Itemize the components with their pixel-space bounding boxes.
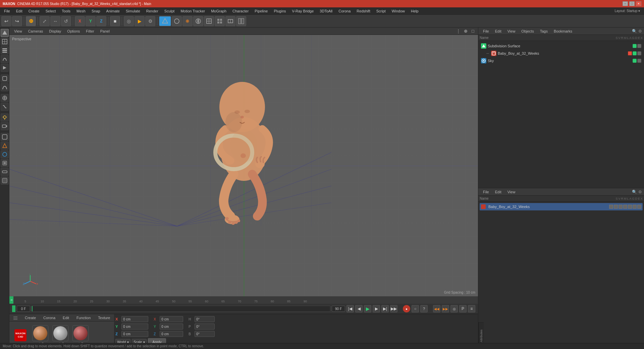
vp-ctrl-maximize[interactable]: □	[470, 28, 476, 34]
key-next-button[interactable]: ▶▶	[442, 305, 449, 312]
menu-script[interactable]: Script	[374, 8, 388, 14]
key-prev-button[interactable]: ◀◀	[433, 305, 440, 312]
attrs-ctrl-2[interactable]	[614, 205, 618, 209]
end-frame-input[interactable]: 90 F	[332, 306, 345, 312]
obj-menu-bookmarks[interactable]: Bookmarks	[551, 29, 575, 34]
obj-ctrl-lock-3[interactable]	[637, 59, 641, 63]
obj-menu-file[interactable]: File	[480, 29, 492, 34]
mat-menu-texture[interactable]: Texture	[95, 315, 113, 320]
scale-tool-button[interactable]: ↔	[50, 16, 60, 26]
obj-menu-view[interactable]: View	[505, 29, 518, 34]
obj-tag-baby[interactable]	[628, 51, 632, 55]
vp-ctrl-dots[interactable]: ⋮	[455, 28, 461, 34]
attrs-ctrl-5[interactable]	[628, 205, 632, 209]
display-mode-5[interactable]	[204, 16, 214, 26]
display-mode-7[interactable]	[225, 16, 235, 26]
vp-ctrl-camera[interactable]: ⊕	[463, 28, 469, 34]
mat-menu-function[interactable]: Function	[74, 315, 93, 320]
left-btn-layers[interactable]	[1, 46, 9, 54]
left-btn-mesh[interactable]	[1, 38, 9, 46]
menu-file[interactable]: File	[1, 8, 13, 14]
left-btn-tool4[interactable]	[1, 159, 9, 167]
display-mode-6[interactable]	[215, 16, 225, 26]
mat-menu-create[interactable]: Create	[22, 315, 39, 320]
menu-redshift[interactable]: Redshift	[354, 8, 373, 14]
close-button[interactable]: ✕	[636, 1, 641, 6]
menu-corona[interactable]: Corona	[336, 8, 353, 14]
playback-options-button[interactable]: P	[459, 305, 467, 312]
obj-item-subdivision[interactable]: Subdivision Surface	[480, 42, 643, 50]
menu-pipeline[interactable]: Pipeline	[252, 8, 270, 14]
next-frame-button[interactable]: ▶	[373, 305, 380, 312]
motion-clip-button[interactable]: ◎	[450, 305, 458, 312]
vp-menu-display[interactable]: Display	[46, 29, 64, 34]
menu-help[interactable]: Help	[408, 8, 421, 14]
attrs-ctrl-6[interactable]	[633, 205, 637, 209]
vp-menu-panel[interactable]: Panel	[98, 29, 112, 34]
menu-select[interactable]: Select	[43, 8, 59, 14]
attrs-search-icon[interactable]: 🔍	[632, 190, 637, 194]
rotate-tool-button[interactable]: ↺	[61, 16, 71, 26]
attrs-ctrl-7[interactable]	[637, 205, 641, 209]
menu-sculpt[interactable]: Sculpt	[162, 8, 177, 14]
left-btn-generator[interactable]	[1, 94, 9, 102]
key-mode-button[interactable]: ○	[412, 305, 419, 312]
vp-menu-view[interactable]: View	[11, 29, 25, 34]
coord-h-value[interactable]: 0°	[195, 316, 215, 322]
left-btn-tool5[interactable]	[1, 168, 9, 176]
menu-edit[interactable]: Edit	[13, 8, 25, 14]
layout-dropdown-icon[interactable]: ▾	[638, 9, 640, 13]
menu-3dtoall[interactable]: 3DToAll	[317, 8, 335, 14]
coord-b-value[interactable]: 0°	[195, 331, 215, 337]
left-btn-tool1[interactable]	[1, 133, 9, 141]
play-button[interactable]: ▶	[364, 305, 371, 312]
prev-frame-button[interactable]: ◀	[355, 305, 363, 312]
menu-simulate[interactable]: Simulate	[123, 8, 143, 14]
vp-menu-cameras[interactable]: Cameras	[25, 29, 46, 34]
attrs-settings-icon[interactable]: ⚙	[638, 190, 642, 194]
move-tool-button[interactable]: ⤢	[40, 16, 50, 26]
vp-menu-options[interactable]: Options	[64, 29, 83, 34]
undo-button[interactable]: ↩	[1, 16, 11, 26]
title-bar-controls[interactable]: − □ ✕	[623, 1, 641, 6]
coord-z-value[interactable]: 0 cm	[121, 331, 148, 337]
coord-x-sec-value[interactable]: 0 cm	[160, 316, 183, 322]
display-mode-3[interactable]: ❋	[182, 16, 193, 26]
menu-mograph[interactable]: MoGraph	[208, 8, 229, 14]
obj-ctrl-vis-2[interactable]	[633, 51, 637, 55]
left-btn-tool3[interactable]	[1, 150, 9, 158]
left-btn-tool6[interactable]	[1, 177, 9, 185]
menu-create[interactable]: Create	[26, 8, 42, 14]
obj-ctrl-lock-1[interactable]	[637, 44, 641, 48]
display-mode-4[interactable]	[193, 16, 203, 26]
menu-snap[interactable]: Snap	[89, 8, 103, 14]
vp-menu-filter[interactable]: Filter	[83, 29, 97, 34]
coord-z-sec-value[interactable]: 0 cm	[160, 331, 183, 337]
render-view-button[interactable]: ◎	[124, 16, 134, 26]
attrs-ctrl-4[interactable]	[623, 205, 627, 209]
left-btn-camera[interactable]	[1, 122, 9, 130]
menu-window[interactable]: Window	[389, 8, 408, 14]
menu-tools[interactable]: Tools	[59, 8, 73, 14]
obj-settings-icon[interactable]: ⚙	[638, 29, 642, 34]
display-mode-1[interactable]	[159, 16, 171, 26]
y-axis-button[interactable]: Y	[86, 16, 96, 26]
render-settings-button[interactable]: ⚙	[145, 16, 155, 26]
attrs-menu-view[interactable]: View	[505, 189, 518, 195]
coord-y-value[interactable]: 0 cm	[121, 323, 148, 330]
attrs-selected-obj[interactable]: Baby_Boy_at_32_Weeks	[480, 203, 643, 210]
left-btn-deformer[interactable]	[1, 103, 9, 111]
display-mode-2[interactable]	[172, 16, 182, 26]
objects-tree[interactable]: Subdivision Surface Baby_Boy_at_32_Weeks	[478, 41, 644, 188]
mat-menu-corona[interactable]: Corona	[41, 315, 58, 320]
attrs-ctrl-3[interactable]	[619, 205, 623, 209]
menu-mesh[interactable]: Mesh	[74, 8, 88, 14]
go-to-start-button[interactable]: |◀	[346, 305, 354, 312]
left-btn-motionclip[interactable]	[1, 64, 9, 72]
obj-item-baby[interactable]: Baby_Boy_at_32_Weeks	[480, 50, 643, 57]
obj-search-icon[interactable]: 🔍	[632, 29, 637, 34]
attrs-menu-file[interactable]: File	[480, 189, 492, 195]
menu-motiontracker[interactable]: Motion Tracker	[178, 8, 208, 14]
menu-character[interactable]: Character	[230, 8, 251, 14]
display-mode-8[interactable]	[236, 16, 246, 26]
